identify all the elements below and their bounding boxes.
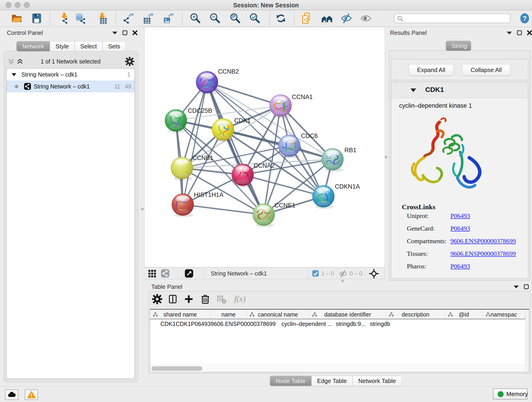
cell-shared-name: CDK1	[150, 320, 176, 328]
column-header-description[interactable]: description	[386, 310, 445, 319]
collapse-all-button[interactable]: Collapse All	[462, 64, 510, 76]
add-column-icon[interactable]	[184, 294, 194, 304]
toolbar-separator	[115, 12, 116, 25]
right-splitter-handle[interactable]	[385, 156, 387, 158]
node-HIST1H1A[interactable]	[172, 194, 194, 217]
open-session-icon[interactable]	[11, 13, 22, 24]
vertical-splitter-handle[interactable]	[141, 208, 144, 211]
collapse-panel-icon[interactable]	[507, 31, 512, 34]
delete-column-icon[interactable]	[200, 294, 210, 304]
import-network-file-icon[interactable]	[59, 13, 70, 24]
results-buttons-box: Expand All Collapse All	[391, 59, 528, 80]
crosslink-link[interactable]: P06493	[450, 225, 470, 232]
network-status-dot	[15, 85, 18, 88]
close-panel-icon[interactable]	[527, 30, 532, 35]
status-bar: Memory	[0, 386, 532, 402]
zoom-in-icon[interactable]	[190, 13, 201, 24]
node-label-CDKN1A: CDKN1A	[335, 183, 360, 190]
expand-all-button[interactable]: Expand All	[409, 64, 454, 76]
tab-network[interactable]: Network	[17, 41, 50, 51]
node-RB1[interactable]	[322, 148, 344, 172]
export-image-icon[interactable]	[163, 13, 174, 24]
first-neighbors-icon[interactable]	[322, 13, 333, 24]
zoom-selected-icon[interactable]	[249, 13, 260, 24]
search-input[interactable]	[394, 13, 510, 23]
float-panel-icon[interactable]	[524, 284, 529, 289]
hidden-eye-icon[interactable]	[339, 269, 347, 278]
tab-string[interactable]: String	[446, 41, 471, 51]
network-row-selected[interactable]: String Network – cdk1 11 48	[7, 80, 134, 92]
cloud-button[interactable]	[5, 389, 18, 400]
column-header-@id[interactable]: @id	[445, 310, 483, 319]
network-options-gear-icon[interactable]	[125, 57, 134, 66]
crosslink-link[interactable]: P06493	[450, 212, 470, 220]
node-CDKN1A[interactable]	[312, 185, 335, 209]
tab-node-table[interactable]: Node Table	[270, 376, 311, 386]
refresh-icon[interactable]	[275, 13, 287, 24]
float-panel-icon[interactable]	[122, 30, 127, 35]
collapse-panel-icon[interactable]	[514, 285, 519, 288]
import-network-database-icon[interactable]	[75, 13, 87, 24]
selected-checkbox-icon[interactable]	[312, 270, 319, 277]
show-graphics-icon[interactable]	[360, 13, 372, 24]
zoom-fit-icon[interactable]	[229, 13, 241, 24]
float-panel-icon[interactable]	[517, 30, 522, 35]
export-view-icon[interactable]	[185, 269, 193, 278]
tree-expander-icon[interactable]	[12, 73, 16, 76]
hide-selected-icon[interactable]	[341, 13, 352, 24]
scrollbar-thumb[interactable]	[152, 366, 202, 371]
help-icon[interactable]: ?	[519, 12, 530, 24]
column-header-database-identifier[interactable]: database identifier	[309, 310, 386, 319]
table-panel-header-icons	[514, 284, 532, 289]
node-CCNE1[interactable]	[253, 204, 275, 227]
export-network-icon[interactable]	[123, 13, 134, 24]
table-settings-gear-icon[interactable]	[152, 294, 162, 304]
function-builder-icon[interactable]: f(x)	[234, 294, 246, 304]
tab-sets[interactable]: Sets	[102, 41, 126, 51]
svg-text:?: ?	[523, 14, 527, 22]
column-header-canonical-name[interactable]: canonical name	[247, 310, 310, 319]
edge-CCNB2-CCNA1[interactable]	[207, 82, 280, 106]
clone-network-icon[interactable]	[301, 13, 312, 24]
save-session-icon[interactable]	[31, 13, 42, 24]
node-label-CCNA2: CCNA2	[254, 162, 274, 169]
zoom-out-icon[interactable]	[209, 13, 221, 24]
tab-network-table[interactable]: Network Table	[353, 376, 402, 386]
protein-structure-image	[403, 111, 492, 202]
crosslink-row: GeneCard:P06493	[407, 225, 521, 234]
network-share-icon[interactable]	[161, 269, 170, 278]
crosslink-link[interactable]: P06493	[450, 263, 470, 270]
show-columns-icon[interactable]	[168, 294, 178, 304]
column-header-name[interactable]: name	[210, 310, 247, 319]
collapse-panel-icon[interactable]	[112, 31, 117, 34]
tab-select[interactable]: Select	[75, 41, 102, 51]
fit-content-crosshair-icon[interactable]	[369, 269, 379, 279]
warning-button[interactable]	[25, 389, 38, 400]
column-header-shared-name[interactable]: shared name	[150, 310, 210, 319]
gene-expander-icon[interactable]	[411, 89, 416, 92]
horizontal-splitter-handle[interactable]	[341, 280, 344, 282]
crosslink-label: Pharos:	[407, 263, 426, 270]
import-table-icon[interactable]	[96, 13, 108, 24]
table-horizontal-scrollbar[interactable]	[150, 365, 525, 372]
table-panel-title: Table Panel	[151, 283, 182, 290]
table-row[interactable]: CDK1CDK1P064939606.ENSP00000378699cyclin…	[150, 320, 525, 328]
crosslink-link[interactable]: 9606.ENSP00000378699	[450, 250, 516, 257]
close-panel-icon[interactable]	[133, 30, 138, 35]
gene-header[interactable]: CDK1	[391, 82, 528, 98]
tab-style[interactable]: Style	[50, 41, 75, 51]
birdseye-view-icon[interactable]	[148, 269, 157, 278]
cell-canonical-name: P06493	[191, 320, 210, 328]
export-table-icon[interactable]	[143, 13, 154, 24]
memory-button[interactable]: Memory	[493, 389, 527, 400]
network-collection-row[interactable]: String Network – cdk1 1	[7, 69, 134, 80]
edge-HIST1H1A-CCNE1[interactable]	[183, 205, 264, 215]
tab-edge-table[interactable]: Edge Table	[311, 376, 353, 386]
crosslink-link[interactable]: 9606.ENSP00000378699	[450, 237, 516, 245]
delete-table-icon[interactable]	[216, 294, 226, 304]
network-canvas[interactable]: CCNB2CCNA1CDC25BCDK1CDC6RB1CCNB1CCNA2CDK…	[144, 27, 385, 268]
node-label-CDK1: CDK1	[234, 117, 251, 124]
column-header-namespac[interactable]: namespac	[483, 310, 525, 319]
table-vertical-scrollbar[interactable]	[525, 310, 529, 372]
node-CCNB1[interactable]	[171, 157, 193, 181]
